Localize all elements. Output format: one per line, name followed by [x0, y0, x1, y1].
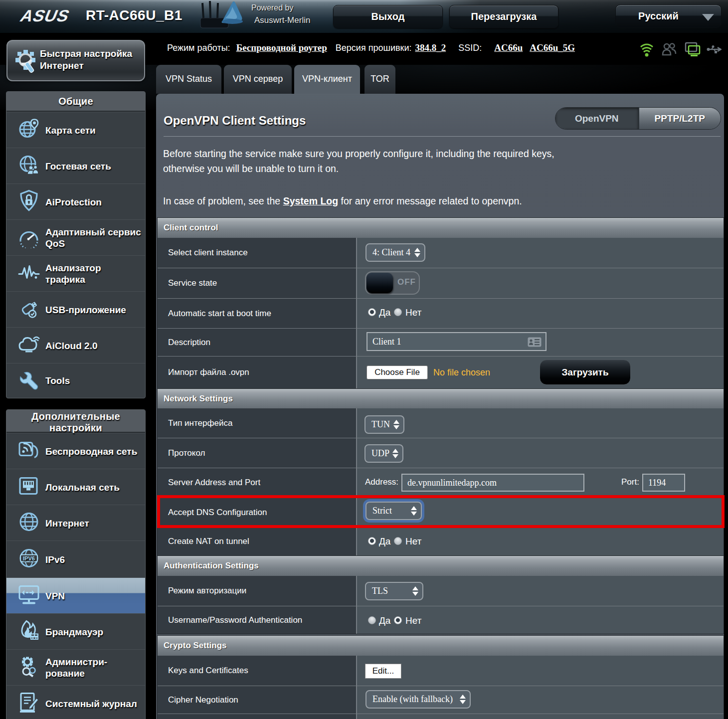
svg-text:ASUS: ASUS	[18, 7, 73, 25]
svg-text:IPV6: IPV6	[23, 555, 35, 561]
